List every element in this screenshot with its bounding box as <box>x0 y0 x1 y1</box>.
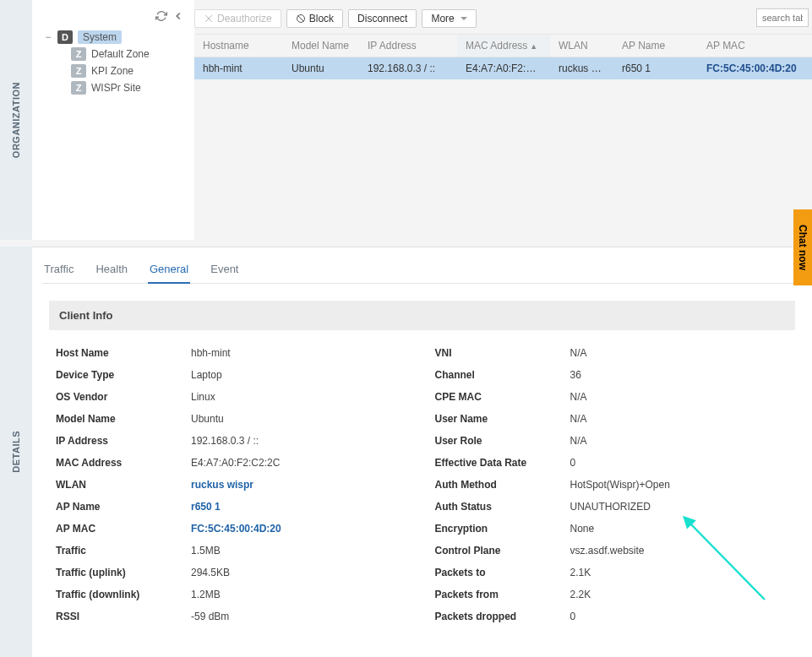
info-row: Model NameUbuntu <box>56 408 410 430</box>
tree-root-label: System <box>78 30 122 44</box>
info-row: CPE MACN/A <box>435 386 789 408</box>
tab-event[interactable]: Event <box>209 263 240 283</box>
info-value: E4:A7:A0:F2:C2:2C <box>191 457 410 469</box>
info-row: Channel36 <box>435 364 789 386</box>
info-row: OS VendorLinux <box>56 386 410 408</box>
info-key: Channel <box>435 369 570 381</box>
info-row: Auth StatusUNAUTHORIZED <box>435 496 789 518</box>
info-key: Traffic (uplink) <box>56 567 191 578</box>
info-value: 0 <box>570 457 789 469</box>
zone-badge: Z <box>71 64 86 78</box>
collapse-icon[interactable] <box>172 10 184 25</box>
info-value: None <box>570 523 789 535</box>
details-vertical-tab[interactable]: DETAILS <box>0 247 32 657</box>
table-cell: 192.168.0.3 / :: <box>359 57 457 79</box>
info-key: WLAN <box>56 479 191 491</box>
tab-traffic[interactable]: Traffic <box>42 263 75 283</box>
info-value: 294.5KB <box>191 567 410 578</box>
info-value[interactable]: r650 1 <box>191 501 410 513</box>
info-row: VNIN/A <box>435 342 789 364</box>
deauthorize-button: Deauthorize <box>194 9 281 28</box>
tree-node[interactable]: ZDefault Zone <box>68 46 189 62</box>
info-value: hbh-mint <box>191 347 410 359</box>
zone-badge: Z <box>71 47 86 61</box>
table-cell: ruckus … <box>550 57 613 79</box>
info-key: VNI <box>435 347 570 359</box>
disconnect-button[interactable]: Disconnect <box>348 9 417 28</box>
info-key: Packets from <box>435 589 570 600</box>
info-value: N/A <box>570 435 789 447</box>
sort-asc-icon: ▲ <box>530 42 537 51</box>
info-key: Packets to <box>435 567 570 578</box>
tab-health[interactable]: Health <box>94 263 129 283</box>
info-key: User Name <box>435 413 570 425</box>
info-row: User RoleN/A <box>435 430 789 452</box>
tree-node[interactable]: ZWISPr Site <box>68 79 189 96</box>
info-row: Packets from2.2K <box>435 584 789 605</box>
tree-node-label: WISPr Site <box>91 82 141 94</box>
info-row: WLANruckus wispr <box>56 474 410 496</box>
info-key: Traffic <box>56 545 191 557</box>
column-header[interactable]: AP MAC <box>698 35 812 57</box>
info-value: 36 <box>570 369 789 381</box>
info-row: Effective Data Rate0 <box>435 452 789 474</box>
column-header[interactable]: Model Name <box>283 35 359 57</box>
info-row: MAC AddressE4:A7:A0:F2:C2:2C <box>56 452 410 474</box>
info-key: RSSI <box>56 611 191 622</box>
search-input[interactable] <box>756 8 809 27</box>
info-key: AP MAC <box>56 523 191 535</box>
refresh-icon[interactable] <box>155 10 167 25</box>
info-key: Encryption <box>435 523 570 535</box>
chat-now-button[interactable]: Chat now <box>793 209 812 285</box>
info-key: Model Name <box>56 413 191 425</box>
info-row: IP Address192.168.0.3 / :: <box>56 430 410 452</box>
organization-vertical-tab[interactable]: ORGANIZATION <box>0 0 32 240</box>
block-button[interactable]: Block <box>286 9 343 28</box>
table-row[interactable]: hbh-mintUbuntu192.168.0.3 / ::E4:A7:A0:F… <box>194 57 812 79</box>
info-value: Laptop <box>191 369 410 381</box>
info-value: HotSpot(Wispr)+Open <box>570 479 789 491</box>
info-row: AP Namer650 1 <box>56 496 410 518</box>
info-row: Control Planevsz.asdf.website <box>435 540 789 562</box>
section-header: Client Info <box>49 301 795 330</box>
info-row: Traffic (downlink)1.2MB <box>56 584 410 605</box>
info-row: AP MACFC:5C:45:00:4D:20 <box>56 518 410 540</box>
info-value: 2.2K <box>570 589 789 600</box>
info-row: Device TypeLaptop <box>56 364 410 386</box>
info-row: User NameN/A <box>435 408 789 430</box>
info-value: 192.168.0.3 / :: <box>191 435 410 447</box>
column-header[interactable]: IP Address <box>359 35 457 57</box>
expand-toggle-icon[interactable]: − <box>44 31 52 43</box>
tree-root[interactable]: − D System <box>41 29 189 46</box>
details-panel: TrafficHealthGeneralEvent Client Info Ho… <box>32 247 812 657</box>
column-header[interactable]: MAC Address▲ <box>457 35 550 57</box>
info-value: 1.2MB <box>191 589 410 600</box>
info-value: N/A <box>570 413 789 425</box>
info-value: -59 dBm <box>191 611 410 622</box>
tab-general[interactable]: General <box>148 263 190 284</box>
column-header[interactable]: AP Name <box>613 35 698 57</box>
info-value: 0 <box>570 611 789 622</box>
more-button[interactable]: More <box>422 9 476 28</box>
tree-node-label: Default Zone <box>91 48 150 60</box>
info-key: AP Name <box>56 501 191 513</box>
tree-node-label: KPI Zone <box>91 65 134 77</box>
info-row: EncryptionNone <box>435 518 789 540</box>
domain-badge: D <box>57 30 73 44</box>
info-row: RSSI-59 dBm <box>56 605 410 627</box>
tree-node[interactable]: ZKPI Zone <box>68 62 189 79</box>
info-value: N/A <box>570 391 789 403</box>
info-key: Host Name <box>56 347 191 359</box>
column-header[interactable]: WLAN <box>550 35 613 57</box>
info-row: Host Namehbh-mint <box>56 342 410 364</box>
table-cell: E4:A7:A0:F2:C2:2C <box>457 57 550 79</box>
info-key: Auth Method <box>435 479 570 491</box>
info-key: Device Type <box>56 369 191 381</box>
column-header[interactable]: Hostname <box>194 35 283 57</box>
info-key: MAC Address <box>56 457 191 469</box>
info-value[interactable]: ruckus wispr <box>191 479 410 491</box>
info-row: Packets to2.1K <box>435 562 789 584</box>
info-key: Packets dropped <box>435 611 570 622</box>
info-value: vsz.asdf.website <box>570 545 789 557</box>
info-value[interactable]: FC:5C:45:00:4D:20 <box>191 523 410 535</box>
